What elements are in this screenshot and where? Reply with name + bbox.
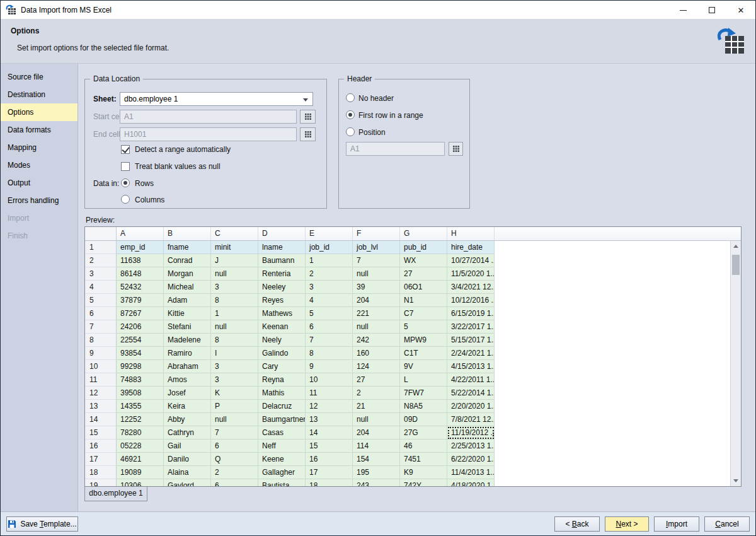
grid-cell-D14[interactable]: Baumgartner bbox=[258, 413, 306, 426]
grid-cell-E9[interactable]: 8 bbox=[306, 347, 353, 360]
grid-cell-G10[interactable]: 9V bbox=[400, 360, 447, 373]
grid-cell-A1[interactable]: emp_id bbox=[117, 241, 164, 254]
grid-cell-D1[interactable]: lname bbox=[258, 241, 306, 254]
grid-cell-F18[interactable]: 195 bbox=[353, 466, 400, 479]
chevron-down-icon[interactable] bbox=[303, 98, 308, 102]
sidebar-item-modes[interactable]: Modes bbox=[1, 156, 77, 174]
grid-cell-B19[interactable]: Gaylord bbox=[164, 479, 211, 487]
grid-cell-H3[interactable]: 11/5/2020 1... bbox=[447, 267, 495, 281]
grid-cell-F16[interactable]: 114 bbox=[353, 440, 400, 453]
grid-cell-E13[interactable]: 12 bbox=[306, 400, 353, 413]
grid-cell-G9[interactable]: C1T bbox=[400, 347, 447, 360]
grid-cell-A15[interactable]: 78280 bbox=[117, 426, 164, 440]
end-cell-range-button[interactable] bbox=[300, 127, 316, 141]
grid-cell-E1[interactable]: job_id bbox=[306, 241, 353, 254]
grid-cell-B1[interactable]: fname bbox=[164, 241, 211, 254]
grid-cell-D13[interactable]: Delacruz bbox=[258, 400, 306, 413]
grid-cell-G8[interactable]: MPW9 bbox=[400, 334, 447, 347]
grid-cell-F14[interactable]: null bbox=[353, 413, 400, 426]
grid-cell-A18[interactable]: 19089 bbox=[117, 466, 164, 479]
scroll-up-button[interactable] bbox=[731, 241, 741, 252]
grid-cell-G1[interactable]: pub_id bbox=[400, 241, 447, 254]
grid-cell-B12[interactable]: Josef bbox=[164, 387, 211, 400]
grid-cell-A6[interactable]: 87267 bbox=[117, 307, 164, 320]
grid-cell-A11[interactable]: 74883 bbox=[117, 373, 164, 387]
grid-cell-F7[interactable]: null bbox=[353, 320, 400, 334]
grid-cell-B8[interactable]: Madelene bbox=[164, 334, 211, 347]
minimize-button[interactable] bbox=[668, 1, 697, 20]
grid-cell-A5[interactable]: 37879 bbox=[117, 294, 164, 307]
grid-cell-D6[interactable]: Mathews bbox=[258, 307, 306, 320]
grid-cell-C2[interactable]: J bbox=[211, 254, 258, 267]
grid-cell-C10[interactable]: 3 bbox=[211, 360, 258, 373]
grid-cell-H9[interactable]: 2/24/2021 1... bbox=[447, 347, 495, 360]
sidebar-item-output[interactable]: Output bbox=[1, 174, 77, 192]
grid-cell-B16[interactable]: Gail bbox=[164, 440, 211, 453]
position-range-button[interactable] bbox=[449, 142, 463, 156]
grid-cell-F13[interactable]: 21 bbox=[353, 400, 400, 413]
grid-cell-C16[interactable]: 6 bbox=[211, 440, 258, 453]
grid-cell-H5[interactable]: 10/12/2016 ... bbox=[447, 294, 495, 307]
grid-cell-C17[interactable]: Q bbox=[211, 453, 258, 466]
grid-cell-E2[interactable]: 1 bbox=[306, 254, 353, 267]
grid-cell-H2[interactable]: 10/27/2014 ... bbox=[447, 254, 495, 267]
grid-cell-C15[interactable]: 7 bbox=[211, 426, 258, 440]
grid-cell-E6[interactable]: 5 bbox=[306, 307, 353, 320]
scrollbar-thumb[interactable] bbox=[732, 255, 740, 275]
grid-cell-F1[interactable]: job_lvl bbox=[353, 241, 400, 254]
grid-cell-H16[interactable]: 2/25/2013 1... bbox=[447, 440, 495, 453]
sidebar-item-destination[interactable]: Destination bbox=[1, 86, 77, 103]
grid-cell-H4[interactable]: 3/4/2021 12... bbox=[447, 281, 495, 294]
grid-cell-E3[interactable]: 2 bbox=[306, 267, 353, 281]
grid-cell-C4[interactable]: 3 bbox=[211, 281, 258, 294]
grid-cell-C13[interactable]: P bbox=[211, 400, 258, 413]
grid-cell-E7[interactable]: 6 bbox=[306, 320, 353, 334]
grid-cell-B17[interactable]: Danilo bbox=[164, 453, 211, 466]
grid-cell-B10[interactable]: Abraham bbox=[164, 360, 211, 373]
sidebar-item-mapping[interactable]: Mapping bbox=[1, 139, 77, 156]
grid-cell-E5[interactable]: 4 bbox=[306, 294, 353, 307]
position-radio[interactable] bbox=[346, 127, 355, 136]
grid-cell-E19[interactable]: 18 bbox=[306, 479, 353, 487]
grid-cell-B3[interactable]: Morgan bbox=[164, 267, 211, 281]
grid-cell-H6[interactable]: 6/15/2019 1... bbox=[447, 307, 495, 320]
grid-cell-A4[interactable]: 52432 bbox=[117, 281, 164, 294]
grid-cell-F11[interactable]: 27 bbox=[353, 373, 400, 387]
grid-cell-B7[interactable]: Stefani bbox=[164, 320, 211, 334]
import-button[interactable]: Import bbox=[654, 516, 699, 532]
grid-cell-B9[interactable]: Ramiro bbox=[164, 347, 211, 360]
grid-cell-C19[interactable]: 6 bbox=[211, 479, 258, 487]
grid-cell-D18[interactable]: Gallagher bbox=[258, 466, 306, 479]
grid-cell-H7[interactable]: 3/22/2017 1... bbox=[447, 320, 495, 334]
grid-cell-F17[interactable]: 154 bbox=[353, 453, 400, 466]
grid-cell-B14[interactable]: Abby bbox=[164, 413, 211, 426]
grid-cell-G14[interactable]: 09D bbox=[400, 413, 447, 426]
grid-cell-H11[interactable]: 4/22/2011 1... bbox=[447, 373, 495, 387]
save-template-button[interactable]: Save Template... bbox=[6, 516, 78, 532]
grid-cell-D4[interactable]: Neeley bbox=[258, 281, 306, 294]
grid-cell-D12[interactable]: Mathis bbox=[258, 387, 306, 400]
grid-cell-C9[interactable]: I bbox=[211, 347, 258, 360]
grid-cell-D5[interactable]: Reyes bbox=[258, 294, 306, 307]
sidebar-item-options[interactable]: Options bbox=[1, 103, 77, 121]
grid-cell-H18[interactable]: 11/4/2013 1... bbox=[447, 466, 495, 479]
grid-cell-H12[interactable]: 5/22/2014 1... bbox=[447, 387, 495, 400]
grid-cell-D8[interactable]: Neely bbox=[258, 334, 306, 347]
grid-cell-G13[interactable]: N8A5 bbox=[400, 400, 447, 413]
grid-cell-A2[interactable]: 11638 bbox=[117, 254, 164, 267]
grid-cell-B6[interactable]: Kittie bbox=[164, 307, 211, 320]
grid-cell-C7[interactable]: null bbox=[211, 320, 258, 334]
grid-cell-G3[interactable]: 27 bbox=[400, 267, 447, 281]
grid-cell-F19[interactable]: 243 bbox=[353, 479, 400, 487]
grid-cell-H17[interactable]: 6/22/2020 1... bbox=[447, 453, 495, 466]
sheet-tab[interactable]: dbo.employee 1 bbox=[84, 487, 147, 501]
grid-cell-A9[interactable]: 93854 bbox=[117, 347, 164, 360]
grid-cell-D17[interactable]: Keene bbox=[258, 453, 306, 466]
no-header-radio[interactable] bbox=[346, 93, 355, 102]
start-cell-range-button[interactable] bbox=[300, 110, 316, 124]
sidebar-item-errors-handling[interactable]: Errors handling bbox=[1, 192, 77, 209]
grid-cell-A7[interactable]: 24206 bbox=[117, 320, 164, 334]
grid-cell-E12[interactable]: 11 bbox=[306, 387, 353, 400]
grid-cell-G18[interactable]: K9 bbox=[400, 466, 447, 479]
vertical-scrollbar[interactable] bbox=[730, 241, 741, 486]
